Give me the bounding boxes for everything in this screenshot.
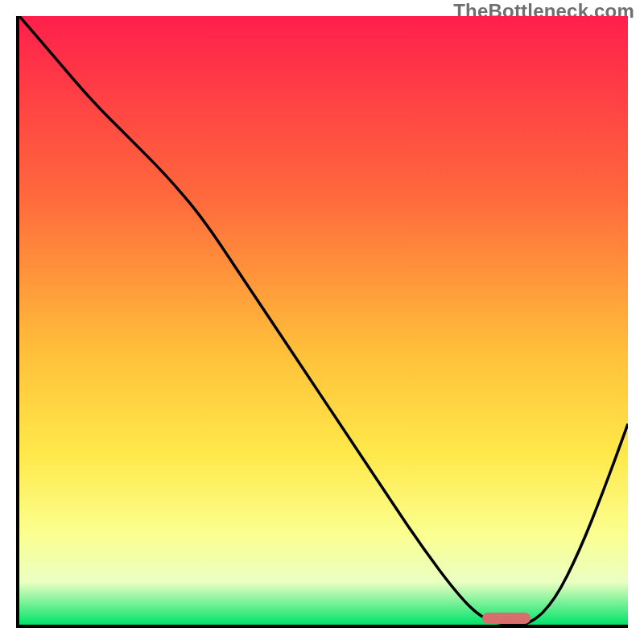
bottleneck-curve [19,16,628,625]
optimal-range-marker [482,613,530,624]
bottleneck-chart: TheBottleneck.com [0,0,644,644]
plot-area [16,16,628,628]
